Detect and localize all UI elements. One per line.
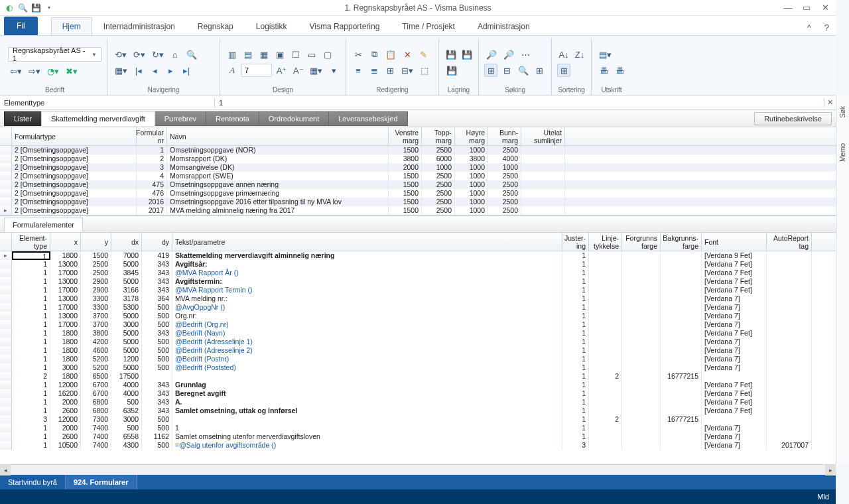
save-icon[interactable]: 💾 <box>31 3 41 13</box>
formula-close-icon[interactable]: ✕ <box>824 98 836 107</box>
layout2-icon[interactable]: ▤ <box>241 48 255 61</box>
layout4-icon[interactable]: ▣ <box>273 48 287 61</box>
col-linjetykkelse[interactable]: Linje-tykkelse <box>589 233 622 251</box>
paste-icon[interactable]: 📋 <box>383 48 398 61</box>
table-row[interactable]: 11700029003166343@MVA Rapport Termin ()1… <box>0 286 836 294</box>
sort-asc-icon[interactable]: A↓ <box>557 48 570 61</box>
pie-icon[interactable]: ◔▾ <box>45 64 61 78</box>
next-icon[interactable]: ▸ <box>164 64 177 77</box>
table-row[interactable]: 1180038005000343@Bedrift (Navn)1[Verdana… <box>0 329 836 338</box>
layout3-icon[interactable]: ▦ <box>257 48 271 61</box>
find3-icon[interactable]: ⋯ <box>519 48 532 61</box>
file-tab[interactable]: Fil <box>4 17 38 35</box>
restore-button[interactable]: ▭ <box>800 3 813 13</box>
table-row[interactable]: 1180052001200500@Bedrift (Postnr)1[Verda… <box>0 355 836 363</box>
tool-icon[interactable]: ✖▾ <box>64 64 80 78</box>
last-icon[interactable]: ▸| <box>180 64 193 77</box>
ed3-icon[interactable]: ⊞ <box>383 64 397 77</box>
save1-icon[interactable]: 💾 <box>444 48 458 61</box>
subtab-ordredokument[interactable]: Ordredokument <box>259 111 329 126</box>
ribbon-tab-rapportering[interactable]: Visma Rapportering <box>298 17 391 35</box>
side-tab-sok[interactable]: Søk <box>838 103 848 121</box>
back-icon[interactable]: ⟲▾ <box>113 48 129 61</box>
copy-icon[interactable]: ⧉ <box>367 48 381 61</box>
subtab-skattemelding[interactable]: Skattemelding merverdiavgift <box>41 111 155 126</box>
col-formularnr[interactable]: Formularnr <box>137 127 167 145</box>
col-forgrunnsfarge[interactable]: Forgrunnsfarge <box>622 233 661 251</box>
layout7-icon[interactable]: ▢ <box>321 48 334 61</box>
nav-right-icon[interactable]: ⇨▾ <box>27 64 42 78</box>
layout6-icon[interactable]: ▭ <box>305 48 318 61</box>
side-tab-memo[interactable]: Memo <box>838 141 848 164</box>
home-icon[interactable]: ⌂ <box>168 48 182 61</box>
table-row[interactable]: 11050074004300500=@Salg utenfor avgiftso… <box>0 441 836 450</box>
col-justering[interactable]: Juster-ing <box>562 233 589 251</box>
col-bunn[interactable]: Bunn-marg <box>488 127 521 145</box>
sort3-icon[interactable]: ⊞ <box>557 64 570 77</box>
table-row[interactable]: 11300029005000343Avgiftstermin:1[Verdana… <box>0 277 836 286</box>
ed2-icon[interactable]: ≣ <box>367 64 381 77</box>
col-autoreport[interactable]: AutoReporttag <box>767 233 812 251</box>
help-icon[interactable]: ? <box>818 20 836 35</box>
grid-icon[interactable]: ▦▾ <box>113 64 129 77</box>
font-shrink-icon[interactable]: A⁻ <box>291 64 305 77</box>
col-dy[interactable]: dy <box>142 233 172 251</box>
table-row[interactable]: 2 [Omsetningsoppgave]3Momsangivelse (DK)… <box>0 163 836 172</box>
table-row[interactable]: 12600740065581162Samlet omsetning utenfo… <box>0 432 836 441</box>
search-icon[interactable]: 🔍 <box>17 3 28 13</box>
table-row[interactable]: ▸2 [Omsetningsoppgave]2017MVA melding al… <box>0 206 836 215</box>
col-bakgrunnsfarge[interactable]: Bakgrunns-farge <box>661 233 702 251</box>
sort-desc-icon[interactable]: Z↓ <box>573 48 586 61</box>
table-row[interactable]: 1180042005000500@Bedrift (Adresselinje 1… <box>0 338 836 346</box>
ribbon-tab-regnskap[interactable]: Regnskap <box>186 17 245 35</box>
filter-icon[interactable]: ⊞ <box>484 64 497 77</box>
ribbon-tab-internadmin[interactable]: Internadministrasjon <box>92 17 186 35</box>
print1-icon[interactable]: 🖶 <box>597 64 610 77</box>
table-row[interactable]: 2 [Omsetningsoppgave]475Omsetningsoppgav… <box>0 180 836 189</box>
table-row[interactable]: 11700025003845343@MVA Rapport År ()1[Ver… <box>0 269 836 277</box>
table-row[interactable]: 11620067004000343Beregnet avgift1[Verdan… <box>0 389 836 398</box>
forward-icon[interactable]: ⟳▾ <box>131 48 147 61</box>
find-icon[interactable]: 🔎 <box>484 48 499 61</box>
table-row[interactable]: 1300052005000500@Bedrift (Poststed)1[Ver… <box>0 363 836 372</box>
table-row[interactable]: 11700033005300500@AvgOppgNr ()1[Verdana … <box>0 303 836 312</box>
table-row[interactable]: ▸1180015007000419Skattemelding merverdia… <box>0 251 836 260</box>
table-row[interactable]: 2 [Omsetningsoppgave]476Omsetningsoppgav… <box>0 189 836 198</box>
table-row[interactable]: 2 [Omsetningsoppgave]1Omsetningsoppgave … <box>0 146 836 155</box>
wintab-formularer[interactable]: 924. Formularer <box>66 475 137 489</box>
save3-icon[interactable]: 💾 <box>444 64 459 77</box>
print2-icon[interactable]: 🖶 <box>613 64 626 77</box>
table-row[interactable]: 11700037003000500@Bedrift (Org.nr)1[Verd… <box>0 320 836 329</box>
prev-icon[interactable]: ◂ <box>148 64 161 77</box>
section-tab-formularelementer[interactable]: Formularelementer <box>4 218 83 232</box>
col-utelat[interactable]: Utelatsumlinjer <box>521 127 565 145</box>
search3-icon[interactable]: ⊞ <box>533 64 546 77</box>
filter2-icon[interactable]: ⊟ <box>500 64 513 77</box>
table-row[interactable]: 2 [Omsetningsoppgave]4Momsrapport (SWE)1… <box>0 172 836 180</box>
table-row[interactable]: 1180046005000500@Bedrift (Adresselinje 2… <box>0 346 836 355</box>
refresh-icon[interactable]: ↻▾ <box>150 48 166 61</box>
minimize-button[interactable]: — <box>781 3 795 13</box>
col-venstre[interactable]: Venstremarg <box>389 127 422 145</box>
scroll-left-icon[interactable]: ◂ <box>0 465 11 475</box>
collapse-ribbon-icon[interactable]: ^ <box>801 20 818 35</box>
table-row[interactable]: 2 [Omsetningsoppgave]2Momsrapport (DK)38… <box>0 155 836 163</box>
col-topp[interactable]: Topp-marg <box>422 127 455 145</box>
formula-value[interactable]: 1 <box>215 97 824 108</box>
font-grow-icon[interactable]: A⁺ <box>275 64 289 77</box>
bottom-grid[interactable]: Element-type x y dx dy Tekst/parametre J… <box>0 233 836 464</box>
col-dx[interactable]: dx <box>111 233 142 251</box>
nav-left-icon[interactable]: ⇦▾ <box>8 64 24 78</box>
company-combo[interactable]: Regnskapsbyrået AS - 1▼ <box>8 47 101 62</box>
color-icon[interactable]: ▦▾ <box>308 64 325 77</box>
ed1-icon[interactable]: ≡ <box>352 64 365 77</box>
rutinebeskrivelse-button[interactable]: Rutinebeskrivelse <box>754 112 832 125</box>
more-icon[interactable]: ▾ <box>327 64 340 77</box>
zoom-icon[interactable]: 🔍 <box>184 48 199 61</box>
ed4-icon[interactable]: ⊟▾ <box>399 64 415 77</box>
delete-icon[interactable]: ✕ <box>401 48 414 61</box>
table-row[interactable]: 11300037005000500Org.nr:1[Verdana 7] <box>0 312 836 320</box>
col-tekst[interactable]: Tekst/parametre <box>172 233 562 251</box>
table-row[interactable]: 11200067004000343Grunnlag1[Verdana 7 Fet… <box>0 381 836 389</box>
col-formulartype[interactable]: Formulartype <box>12 127 137 145</box>
